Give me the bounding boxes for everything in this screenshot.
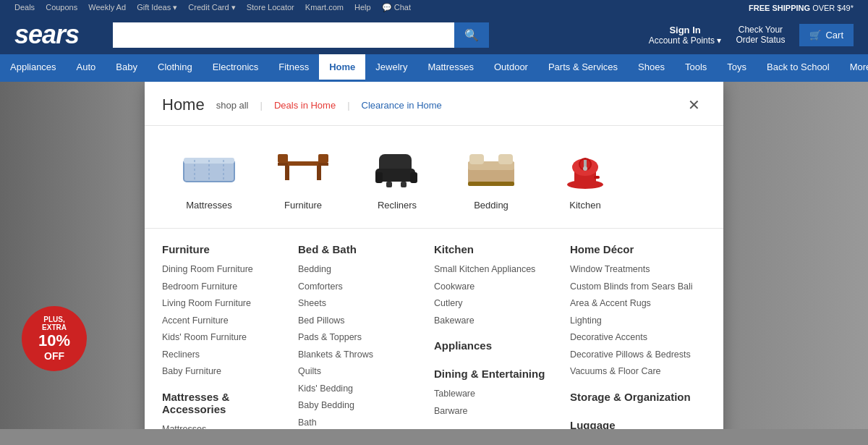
clearance-in-home-link[interactable]: Clearance in Home xyxy=(362,100,442,111)
bedding-item[interactable]: Bedding xyxy=(298,261,422,279)
tableware-item[interactable]: Tableware xyxy=(434,386,558,403)
shop-all-link[interactable]: shop all xyxy=(216,100,249,111)
dining-room-furniture[interactable]: Dining Room Furniture xyxy=(162,261,286,279)
gift-ideas-link[interactable]: Gift Ideas ▾ xyxy=(137,3,177,12)
nav-parts-services[interactable]: Parts & Services xyxy=(538,54,628,82)
account-menu[interactable]: Sign In Account & Points ▾ xyxy=(649,25,722,46)
nav-auto[interactable]: Auto xyxy=(67,54,106,82)
bakeware-item[interactable]: Bakeware xyxy=(434,313,558,330)
quilts-item[interactable]: Quilts xyxy=(298,363,422,381)
search-input[interactable] xyxy=(113,22,454,48)
svg-rect-10 xyxy=(318,154,328,163)
window-treatments[interactable]: Window Treatments xyxy=(570,261,694,279)
barware-item[interactable]: Barware xyxy=(434,403,558,420)
header-right: Sign In Account & Points ▾ Check Your Or… xyxy=(649,24,854,46)
bed-bath-section-title[interactable]: Bed & Bath xyxy=(298,243,422,255)
category-furniture[interactable]: Furniture xyxy=(256,137,350,216)
appliances-section-title[interactable]: Appliances xyxy=(434,339,558,352)
main-nav: Appliances Auto Baby Clothing Electronic… xyxy=(0,54,868,82)
svg-rect-29 xyxy=(594,176,600,179)
luggage-title[interactable]: Luggage xyxy=(570,419,694,430)
bedroom-furniture[interactable]: Bedroom Furniture xyxy=(162,279,286,296)
bath-item[interactable]: Bath xyxy=(298,415,422,430)
furniture-section-title[interactable]: Furniture xyxy=(162,243,286,255)
order-status[interactable]: Check Your Order Status xyxy=(736,25,785,45)
living-room-furniture[interactable]: Living Room Furniture xyxy=(162,295,286,313)
nav-more[interactable]: More... xyxy=(840,54,868,82)
nav-back-to-school[interactable]: Back to School xyxy=(757,54,840,82)
credit-card-link[interactable]: Credit Card ▾ xyxy=(188,3,235,12)
small-kitchen-appliances[interactable]: Small Kitchen Appliances xyxy=(434,261,558,279)
storage-organization-title[interactable]: Storage & Organization xyxy=(570,391,694,403)
deals-link[interactable]: Deals xyxy=(14,3,35,12)
area-accent-rugs[interactable]: Area & Accent Rugs xyxy=(570,295,694,313)
kmart-link[interactable]: Kmart.com xyxy=(305,3,344,12)
nav-tools[interactable]: Tools xyxy=(675,54,717,82)
help-link[interactable]: Help xyxy=(354,3,371,12)
utility-links: Deals Coupons Weekly Ad Gift Ideas ▾ Cre… xyxy=(14,3,420,12)
cookware-item[interactable]: Cookware xyxy=(434,279,558,296)
lighting-item[interactable]: Lighting xyxy=(570,313,694,330)
close-dropdown-button[interactable]: ✕ xyxy=(682,93,706,116)
coupons-link[interactable]: Coupons xyxy=(46,3,77,12)
mattresses-item[interactable]: Mattresses xyxy=(162,421,286,430)
divider: | xyxy=(260,100,263,111)
nav-shoes[interactable]: Shoes xyxy=(628,54,675,82)
recliners-item[interactable]: Recliners xyxy=(162,347,286,364)
nav-fitness[interactable]: Fitness xyxy=(268,54,319,82)
search-button[interactable]: 🔍 xyxy=(454,22,489,48)
deals-in-home-link[interactable]: Deals in Home xyxy=(274,100,336,111)
kitchen-icon xyxy=(553,143,618,194)
cart-button[interactable]: 🛒 Cart xyxy=(799,24,854,46)
dining-entertaining-title[interactable]: Dining & Entertaining xyxy=(434,368,558,380)
mattresses-accessories-title[interactable]: Mattresses & Accessories xyxy=(162,391,286,415)
category-recliners[interactable]: Recliners xyxy=(350,137,444,216)
chat-link[interactable]: 💬 Chat xyxy=(382,3,411,12)
bg-left xyxy=(0,82,145,429)
utility-bar: Deals Coupons Weekly Ad Gift Ideas ▾ Cre… xyxy=(0,0,868,15)
dropdown-title: Home xyxy=(162,96,205,114)
bed-pillows-item[interactable]: Bed Pillows xyxy=(298,313,422,330)
bg-right xyxy=(723,82,868,429)
nav-appliances[interactable]: Appliances xyxy=(0,54,67,82)
svg-rect-7 xyxy=(317,166,321,180)
comforters-item[interactable]: Comforters xyxy=(298,279,422,296)
custom-blinds[interactable]: Custom Blinds from Sears Bali xyxy=(570,279,694,296)
cart-icon: 🛒 xyxy=(809,30,821,41)
category-kitchen[interactable]: Kitchen xyxy=(538,137,632,216)
kids-bedding-item[interactable]: Kids' Bedding xyxy=(298,381,422,398)
store-locator-link[interactable]: Store Locator xyxy=(247,3,294,12)
accent-furniture[interactable]: Accent Furniture xyxy=(162,313,286,330)
baby-bedding-item[interactable]: Baby Bedding xyxy=(298,397,422,415)
baby-furniture[interactable]: Baby Furniture xyxy=(162,363,286,381)
cutlery-item[interactable]: Cutlery xyxy=(434,295,558,313)
decorative-accents[interactable]: Decorative Accents xyxy=(570,329,694,347)
svg-rect-8 xyxy=(278,154,288,163)
category-mattresses[interactable]: Mattresses xyxy=(162,137,256,216)
nav-electronics[interactable]: Electronics xyxy=(203,54,269,82)
nav-toys[interactable]: Toys xyxy=(717,54,757,82)
sheets-item[interactable]: Sheets xyxy=(298,295,422,313)
kids-room-furniture[interactable]: Kids' Room Furniture xyxy=(162,329,286,347)
nav-mattresses[interactable]: Mattresses xyxy=(417,54,484,82)
weekly-ad-link[interactable]: Weekly Ad xyxy=(88,3,126,12)
svg-rect-9 xyxy=(278,163,288,166)
home-dropdown: Home shop all | Deals in Home | Clearanc… xyxy=(145,82,723,429)
site-logo[interactable]: sears xyxy=(14,20,101,50)
nav-jewelry[interactable]: Jewelry xyxy=(365,54,417,82)
svg-rect-11 xyxy=(318,163,328,166)
nav-outdoor[interactable]: Outdoor xyxy=(484,54,538,82)
search-bar: 🔍 xyxy=(113,22,489,48)
nav-home[interactable]: Home xyxy=(319,54,365,82)
nav-clothing[interactable]: Clothing xyxy=(148,54,203,82)
vacuums-floor-care[interactable]: Vacuums & Floor Care xyxy=(570,363,694,381)
pads-toppers-item[interactable]: Pads & Toppers xyxy=(298,329,422,347)
nav-baby[interactable]: Baby xyxy=(106,54,148,82)
home-decor-section-title[interactable]: Home Décor xyxy=(570,243,694,255)
menu-columns: Furniture Dining Room Furniture Bedroom … xyxy=(145,229,723,429)
kitchen-section-title[interactable]: Kitchen xyxy=(434,243,558,255)
promo-badge: PLUS, EXTRA 10% OFF xyxy=(22,306,87,371)
decorative-pillows-bedrests[interactable]: Decorative Pillows & Bedrests xyxy=(570,347,694,364)
category-bedding[interactable]: Bedding xyxy=(444,137,538,216)
blankets-throws-item[interactable]: Blankets & Throws xyxy=(298,347,422,364)
